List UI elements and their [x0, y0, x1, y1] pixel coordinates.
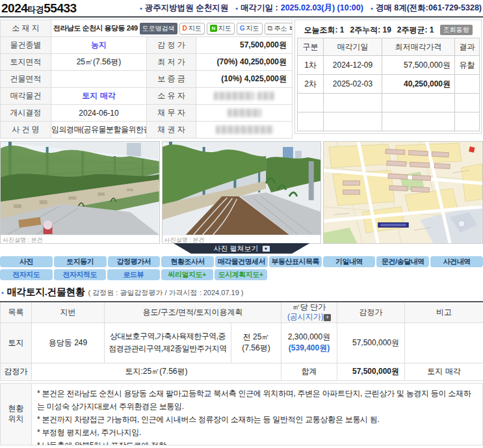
bullet-icon: • [235, 5, 238, 12]
tab-appraisal-report[interactable]: 감정평가서 [108, 256, 161, 267]
photo-expand-banner-row: 사진 펼쳐보기 ▼ [0, 243, 483, 254]
expand-photos-label: 사진 펼쳐보기 [214, 244, 259, 254]
owner-label: 소 유 자 [147, 88, 196, 105]
tab-e-cadastral-map[interactable]: 전자지적도 [54, 269, 107, 280]
lot-number-cell: 용당동 249 [32, 323, 105, 363]
appraisal-header: 감정가 [337, 302, 405, 323]
road-name-search-button[interactable]: 도로명검색 [140, 23, 177, 34]
min-price-label: 최 저 가 [147, 54, 196, 71]
redacted-creditor-name [216, 125, 273, 134]
date-cell [324, 112, 382, 131]
creditor-label: 채 권 자 [147, 122, 196, 138]
appraisal-value-cell: 57,500,000원 [337, 323, 405, 363]
address-value: 전라남도 순천시 용당동 249 [53, 23, 138, 33]
land-status-section-header: • 매각토지.건물현황 ( 감정원 : 광일감정평가 / 가격시점 : 2024… [1, 286, 483, 298]
official-price-header: (공시지가) [287, 312, 324, 321]
property-photo-1[interactable]: 사진설명 : 본건 [0, 141, 160, 244]
case-name-label: 사 건 명 [1, 122, 51, 138]
land-category-cell: 토지 [1, 323, 32, 363]
tab-row-1: 사진 토지등기 감정평가서 현황조사서 매각물건명세서 부동산표시목록 기일내역… [0, 256, 483, 267]
document-tabs: 사진 토지등기 감정평가서 현황조사서 매각물건명세서 부동산표시목록 기일내역… [0, 256, 483, 280]
google-map-button[interactable]: G지도 [237, 23, 263, 34]
tab-photos[interactable]: 사진 [0, 256, 53, 267]
area-cell: 전 25㎡(7.56평) [231, 323, 281, 363]
category-value: 농지 [51, 37, 147, 54]
table-row: 1차 2024-12-09 57,500,000원 유찰 [298, 56, 480, 75]
expand-photos-button[interactable]: 사진 펼쳐보기 ▼ [174, 243, 310, 254]
naver-map-button[interactable]: N지도 [207, 23, 235, 34]
list-header: 목록 [1, 302, 32, 323]
tab-sale-specification[interactable]: 매각물건명세서 [215, 256, 268, 267]
table-row: 물건종별 농지 감 정 가 57,500,000원 [1, 37, 293, 54]
tab-land-registry[interactable]: 토지등기 [54, 256, 107, 267]
total-desc-cell: 토지:25㎡(7.56평) [32, 363, 281, 380]
table-row: 사 건 명 임의경매(공유물분할을위한경매) 채 권 자 [1, 122, 293, 138]
price-cell [382, 94, 455, 112]
table-row [298, 94, 480, 112]
daum-map-label: 지도 [189, 24, 202, 33]
building-area-label: 건물면적 [1, 71, 51, 88]
result-header: 결과 [455, 38, 480, 56]
daum-map-button[interactable]: D지도 [179, 23, 205, 34]
area-pyeong: (7.56평) [242, 343, 270, 352]
creditor-value [196, 122, 293, 138]
property-photo-2-image[interactable] [163, 142, 321, 235]
tab-seereal-map[interactable]: 씨리얼지도+ [161, 269, 214, 280]
tab-date-history[interactable]: 기일내역 [323, 256, 376, 267]
case-name-value: 임의경매(공유물분할을위한경매) [51, 122, 147, 138]
two-week-total-views: 2주누적: 19 [350, 25, 391, 36]
photo-strip: 사진설명 : 본건 [0, 141, 483, 244]
round-cell [298, 112, 324, 131]
tab-property-list[interactable]: 부동산표시목록 [269, 256, 322, 267]
view-trend-button[interactable]: 조회동향 [440, 25, 473, 35]
note-line: * 남동측에 왕복5차선 포장도로에 접함. [37, 439, 477, 445]
tab-road-view[interactable]: 로드뷰 [107, 269, 160, 280]
sum-value-cell: 57,500,000원 [337, 363, 405, 380]
start-date-value: 2024-06-10 [51, 105, 147, 122]
property-photo-1-image[interactable] [1, 142, 159, 235]
court-label: 광주지방법원 순천지원 [145, 3, 228, 14]
copy-icon: ⧉ [268, 24, 273, 33]
table-row: 건물면적 보 증 금 (10%) 4,025,000원 [1, 71, 293, 88]
tab-e-map[interactable]: 전자지도 [0, 269, 53, 280]
header-meta: •광주지방법원 순천지원 •매각기일 :2025.02.03(月) (10:00… [140, 3, 482, 14]
price-cell [382, 112, 455, 131]
debtor-value [196, 105, 293, 122]
cadastral-map-thumbnail[interactable] [323, 141, 483, 244]
table-row: 2차 2025-02-03 40,250,000원 [298, 75, 480, 94]
address-cell: 전라남도 순천시 용당동 249 도로명검색 D지도 N지도 G지도 ⧉주소 복… [51, 20, 293, 37]
note-line: * 본건까지 차량접근 가능하며, 인근에 시내버스 정류장이 소재하는 등 일… [37, 413, 477, 426]
sale-object-value: 토지 매각 [51, 88, 147, 105]
page-header: 2024타경55433 •광주지방법원 순천지원 •매각기일 :2025.02.… [0, 0, 483, 18]
table-row: 매각물건 토지 매각 소 유 자 [1, 88, 293, 105]
land-row: 토지 용당동 249 상대보호구역,가축사육제한구역,중점경관관리구역,제2종일… [1, 323, 483, 363]
status-location-block: 현황 위치 * 본건은 전라남도 순천시 용당동 소재 팔마고등학교 북서측 인… [0, 383, 483, 445]
land-detail-table: 목록 지번 용도/구조/면적/토지이용계획 ㎡당 단가(공시지가)+ 감정가 비… [0, 301, 483, 381]
land-area-label: 토지면적 [1, 54, 51, 71]
tab-case-history[interactable]: 사건내역 [430, 256, 483, 267]
court-name: •광주지방법원 순천지원 [140, 3, 228, 14]
cadastral-map-image[interactable] [324, 142, 482, 243]
property-photo-2[interactable]: 사진설명 : 본건 [162, 141, 322, 244]
min-sale-price-header: 최저매각가격 [382, 38, 455, 56]
unit-price-value: 2,300,000원 [288, 332, 330, 341]
total-category-cell: 감정가 [1, 363, 32, 380]
plus-icon[interactable]: + [324, 314, 331, 321]
chevron-down-icon: ▼ [263, 246, 270, 252]
address-label: 소 재 지 [1, 20, 51, 37]
auction-dept: •경매 8계(전화:061-729-5328) [371, 3, 482, 14]
table-header-row: 구분 매각기일 최저매각가격 결과 [298, 38, 480, 56]
case-number: 2024타경55433 [1, 1, 77, 16]
result-cell: 유찰 [455, 56, 480, 75]
tab-status-report[interactable]: 현황조사서 [161, 256, 214, 267]
copy-address-button[interactable]: ⧉주소 복사 [265, 23, 293, 34]
owner-value [196, 88, 293, 105]
tab-document-history[interactable]: 문건/송달내역 [376, 256, 429, 267]
remark-cell [405, 323, 483, 363]
date-cell: 2024-12-09 [324, 56, 382, 75]
table-header-row: 목록 지번 용도/구조/면적/토지이용계획 ㎡당 단가(공시지가)+ 감정가 비… [1, 302, 483, 323]
tab-city-plan-map[interactable]: 도시계획지도+ [215, 269, 267, 280]
redacted-debtor-name [228, 109, 261, 117]
price-cell: 40,250,000원 [382, 75, 455, 94]
status-label-line2: 위치 [8, 414, 24, 425]
